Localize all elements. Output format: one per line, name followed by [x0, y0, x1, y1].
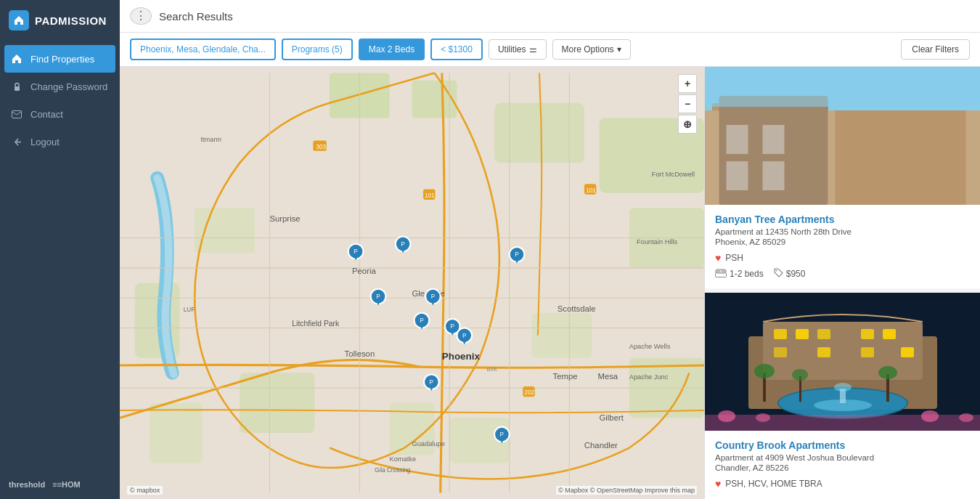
menu-dots-button[interactable]: ⋮	[130, 7, 152, 25]
footer-logo-threshold: threshold	[9, 480, 45, 489]
max-beds-filter-button[interactable]: Max 2 Beds	[359, 38, 425, 60]
svg-text:P: P	[431, 293, 436, 300]
svg-point-137	[921, 410, 939, 422]
app-name: PADMISSION	[35, 15, 107, 27]
svg-text:P: P	[515, 251, 519, 258]
svg-text:Tolleson: Tolleson	[345, 349, 375, 358]
svg-rect-108	[716, 270, 720, 272]
svg-rect-95	[788, 160, 809, 187]
svg-point-127	[834, 383, 852, 392]
svg-text:Komatke: Komatke	[390, 455, 417, 463]
svg-point-138	[959, 413, 973, 422]
svg-text:P: P	[462, 333, 467, 339]
svg-rect-88	[712, 103, 828, 205]
svg-point-110	[775, 270, 777, 272]
sidebar-item-change-password[interactable]: Change Password	[0, 73, 120, 100]
svg-text:Tempe: Tempe	[553, 372, 578, 381]
svg-point-135	[718, 410, 735, 422]
sidebar-item-find-properties[interactable]: Find Properties	[4, 45, 115, 73]
svg-text:303: 303	[316, 144, 326, 150]
property-address-country-brook: Apartment at 4909 West Joshua Boulevard	[715, 453, 970, 462]
compass-button[interactable]: ⊕	[678, 115, 697, 134]
svg-text:Guadalupe: Guadalupe	[412, 440, 445, 447]
map-container[interactable]: Surprise Peoria Glendale Litchfield Park…	[120, 67, 704, 499]
compass-icon: ⊕	[683, 118, 692, 130]
svg-rect-86	[705, 67, 980, 205]
svg-rect-117	[861, 329, 874, 339]
sidebar-navigation: Find Properties Change Password Contact …	[0, 41, 120, 470]
bed-icon	[715, 269, 727, 280]
svg-text:ttmann: ttmann	[200, 136, 221, 143]
svg-text:P: P	[401, 241, 405, 248]
heart-icon: ♥	[715, 478, 721, 490]
content-area: Surprise Peoria Glendale Litchfield Park…	[120, 67, 980, 499]
property-name-country-brook[interactable]: Country Brook Apartments	[715, 439, 970, 451]
svg-rect-99	[923, 131, 941, 153]
svg-text:Apache Junc: Apache Junc	[629, 373, 669, 381]
svg-text:Apache Wells: Apache Wells	[629, 343, 671, 350]
svg-text:Gilbert: Gilbert	[600, 413, 624, 422]
more-options-filter-button[interactable]: More Options ▾	[552, 39, 631, 60]
svg-text:Peoria: Peoria	[352, 267, 376, 275]
svg-rect-90	[723, 125, 743, 153]
svg-rect-91	[756, 125, 776, 153]
svg-rect-118	[883, 329, 896, 339]
programs-filter-button[interactable]: Programs (5)	[282, 38, 353, 60]
sidebar-item-logout[interactable]: Logout	[0, 128, 120, 155]
sidebar-item-label: Find Properties	[30, 54, 94, 65]
svg-text:P: P	[376, 293, 380, 300]
property-city-banyan-tree: Phoenix, AZ 85029	[715, 238, 970, 246]
map-controls: + − ⊕	[678, 74, 697, 134]
property-card-country-brook[interactable]: Country Brook Apartments Apartment at 49…	[705, 293, 980, 499]
svg-text:P: P	[450, 323, 454, 330]
filter-bar: Phoenix, Mesa, Glendale, Cha... Programs…	[120, 33, 980, 67]
svg-rect-96	[846, 131, 865, 153]
max-rent-filter-button[interactable]: < $1300	[430, 38, 483, 60]
location-filter-button[interactable]: Phoenix, Mesa, Glendale, Cha...	[130, 38, 276, 60]
svg-rect-98	[897, 131, 915, 153]
svg-rect-4	[412, 81, 457, 118]
lock-icon	[10, 80, 23, 93]
envelope-icon	[10, 107, 23, 121]
property-card-banyan-tree[interactable]: Banyan Tree Apartments Apartment at 1243…	[705, 67, 980, 288]
property-beds: 1-2 beds	[715, 269, 764, 280]
svg-text:Fountain Hills: Fountain Hills	[637, 238, 677, 246]
zoom-out-button[interactable]: −	[678, 94, 697, 113]
property-meta-banyan-tree: 1-2 beds $950	[715, 268, 970, 280]
utilities-filter-button[interactable]: Utilities ⚌	[489, 39, 547, 60]
property-tags-banyan-tree: ♥ PSH	[715, 252, 970, 264]
home-icon	[10, 52, 23, 65]
svg-text:Fort McDowell: Fort McDowell	[652, 171, 695, 178]
property-address-banyan-tree: Apartment at 12435 North 28th Drive	[715, 227, 970, 236]
property-city-country-brook: Chandler, AZ 85226	[715, 463, 970, 472]
main-content: ⋮ Search Results Phoenix, Mesa, Glendale…	[120, 0, 980, 499]
topbar: ⋮ Search Results	[120, 0, 980, 33]
sidebar-item-label: Contact	[30, 109, 63, 120]
map-attribution: © Mapbox © OpenStreetMap Improve this ma…	[556, 486, 697, 495]
svg-rect-87	[705, 118, 980, 205]
svg-rect-103	[923, 161, 941, 183]
clear-filters-button[interactable]: Clear Filters	[901, 39, 970, 60]
property-price: $950	[774, 268, 806, 280]
svg-rect-109	[722, 270, 725, 272]
sidebar: PADMISSION Find Properties Change Passwo…	[0, 0, 120, 499]
svg-rect-119	[774, 347, 787, 357]
zoom-in-button[interactable]: +	[678, 74, 697, 93]
svg-point-129	[754, 364, 775, 378]
property-name-banyan-tree[interactable]: Banyan Tree Apartments	[715, 214, 970, 225]
map-svg: Surprise Peoria Glendale Litchfield Park…	[120, 67, 704, 499]
svg-rect-122	[901, 347, 914, 357]
footer-logo-hom: ≡≡HOM	[52, 480, 81, 489]
svg-rect-92	[723, 160, 743, 187]
svg-rect-102	[897, 161, 915, 183]
svg-rect-5	[494, 103, 584, 163]
svg-text:Phoenix: Phoenix	[442, 351, 481, 362]
svg-text:Surprise: Surprise	[269, 214, 300, 223]
logo-icon	[9, 10, 29, 31]
heart-icon: ♥	[715, 252, 721, 264]
svg-rect-11	[240, 373, 314, 433]
svg-text:LUF: LUF	[184, 307, 195, 313]
property-tag-text: PSH, HCV, HOME TBRA	[725, 479, 822, 489]
svg-rect-89	[836, 118, 973, 205]
sidebar-item-contact[interactable]: Contact	[0, 100, 120, 128]
